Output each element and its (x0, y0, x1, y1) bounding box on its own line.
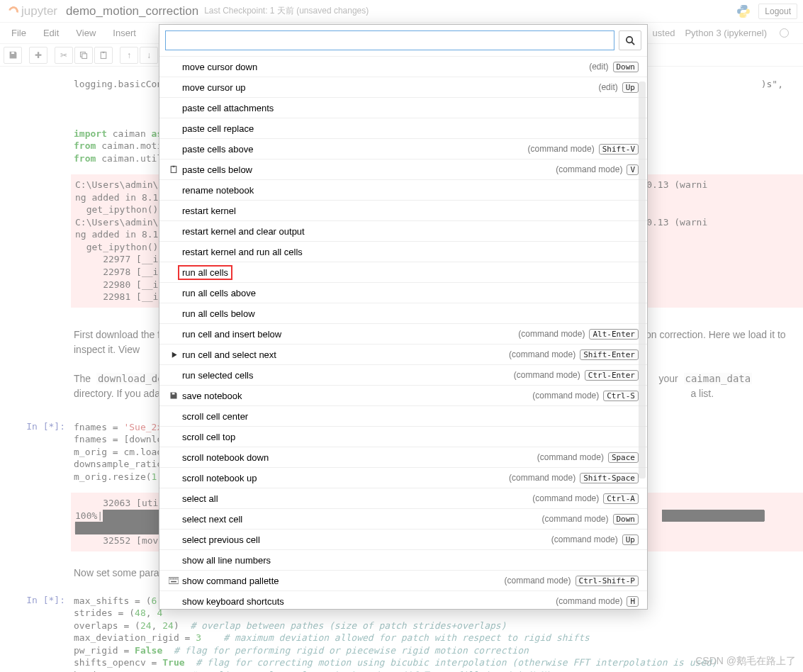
command-shortcut-group: (command mode)Alt-Enter (518, 329, 639, 340)
command-label: run cell and insert below (181, 329, 518, 340)
command-item[interactable]: select all(command mode)Ctrl-A (159, 488, 647, 509)
command-label: scroll notebook down (181, 452, 537, 463)
command-label: save notebook (181, 391, 532, 401)
command-item[interactable]: run cell and select next(command mode)Sh… (159, 345, 647, 365)
command-label: paste cell attachments (181, 103, 639, 113)
keyboard-shortcut: Up (622, 534, 639, 545)
command-item[interactable]: scroll notebook up(command mode)Shift-Sp… (159, 468, 647, 488)
command-shortcut-group: (command mode)Shift-Enter (509, 349, 639, 360)
search-icon (625, 35, 636, 46)
command-label: select next cell (181, 514, 541, 525)
keyboard-shortcut: Shift-Enter (580, 349, 639, 360)
command-item[interactable]: show command pallette(command mode)Ctrl-… (159, 571, 647, 591)
svg-line-7 (631, 42, 634, 45)
command-item[interactable]: run cell and insert below(command mode)A… (159, 324, 647, 345)
command-item[interactable]: paste cell replace (159, 118, 647, 139)
keyboard-shortcut: H (627, 596, 639, 607)
command-shortcut-group: (command mode)H (556, 596, 639, 607)
command-item[interactable]: run selected cells(command mode)Ctrl-Ent… (159, 365, 647, 386)
svg-rect-10 (169, 577, 179, 583)
command-item[interactable]: scroll notebook down(command mode)Space (159, 447, 647, 468)
command-palette: move cursor down(edit)Downmove cursor up… (159, 24, 648, 610)
command-shortcut-group: (command mode)Ctrl-Enter (514, 370, 639, 381)
scrollbar[interactable] (639, 82, 646, 478)
command-label: restart kernel (181, 206, 639, 216)
command-item[interactable]: rename notebook (159, 180, 647, 201)
command-label: run all cells below (181, 308, 639, 319)
watermark: CSDN @鹅毛在路上了 (695, 655, 796, 668)
keyboard-shortcut: V (627, 164, 639, 175)
command-label: paste cells below (181, 164, 556, 175)
command-label: run selected cells (181, 370, 514, 381)
command-item[interactable]: run all cells (159, 262, 647, 283)
keyboard-shortcut: Down (613, 62, 639, 72)
command-item[interactable]: restart kernel (159, 201, 647, 221)
command-item[interactable]: save notebook(command mode)Ctrl-S (159, 386, 647, 406)
command-label: scroll cell center (181, 411, 639, 422)
command-label: paste cells above (181, 144, 528, 155)
command-item[interactable]: paste cells above(command mode)Shift-V (159, 139, 647, 159)
command-item[interactable]: paste cell attachments (159, 98, 647, 118)
command-shortcut-group: (edit)Up (598, 82, 639, 93)
command-shortcut-group: (command mode)Ctrl-S (532, 391, 639, 401)
svg-rect-14 (175, 578, 176, 580)
command-label: run all cells above (181, 288, 639, 298)
command-shortcut-group: (edit)Down (589, 62, 639, 72)
svg-rect-9 (173, 166, 175, 167)
svg-rect-11 (170, 578, 172, 580)
command-label: paste cell replace (181, 123, 639, 134)
command-shortcut-group: (command mode)Ctrl-Shift-P (504, 576, 639, 586)
command-item[interactable]: scroll cell center (159, 406, 647, 427)
keyboard-shortcut: Ctrl-Shift-P (575, 576, 639, 586)
command-label: restart kernel and run all cells (181, 247, 639, 257)
command-label: run cell and select next (181, 349, 509, 360)
paste-icon (167, 165, 181, 174)
command-item[interactable]: run all cells below (159, 303, 647, 324)
command-item[interactable]: run all cells above (159, 283, 647, 303)
command-shortcut-group: (command mode)Shift-Space (509, 473, 639, 483)
command-item[interactable]: paste cells below(command mode)V (159, 159, 647, 180)
command-label: move cursor up (181, 82, 598, 93)
command-label: select previous cell (181, 534, 551, 545)
svg-rect-13 (173, 578, 174, 580)
command-label: show all line numbers (181, 555, 639, 566)
command-item[interactable]: move cursor up(edit)Up (159, 77, 647, 98)
command-item[interactable]: show keyboard shortcuts(command mode)H (159, 591, 647, 609)
command-shortcut-group: (command mode)Ctrl-A (532, 493, 639, 504)
command-label: rename notebook (181, 185, 639, 196)
command-label: move cursor down (181, 62, 589, 72)
command-label: scroll cell top (181, 432, 639, 442)
command-shortcut-group: (command mode)Space (537, 452, 639, 463)
keyboard-shortcut: Shift-Space (580, 473, 639, 483)
command-shortcut-group: (command mode)Down (541, 514, 639, 525)
command-label: show command pallette (181, 576, 504, 586)
command-item[interactable]: restart kernel and run all cells (159, 242, 647, 262)
command-item[interactable]: show all line numbers (159, 550, 647, 571)
command-label: select all (181, 493, 532, 504)
command-item[interactable]: select next cell(command mode)Down (159, 509, 647, 530)
command-shortcut-group: (command mode)Shift-V (528, 144, 639, 155)
search-button[interactable] (619, 30, 641, 50)
keyboard-shortcut: Ctrl-A (603, 493, 639, 504)
svg-point-6 (626, 36, 631, 42)
svg-rect-16 (171, 581, 176, 583)
keyboard-shortcut: Space (608, 452, 639, 463)
command-list[interactable]: move cursor down(edit)Downmove cursor up… (159, 56, 647, 609)
command-item[interactable]: restart kernel and clear output (159, 221, 647, 242)
keyboard-shortcut: Shift-V (599, 144, 639, 155)
command-item[interactable]: scroll cell top (159, 427, 647, 447)
command-item[interactable]: move cursor down(edit)Down (159, 57, 647, 77)
command-label: show keyboard shortcuts (181, 596, 556, 607)
play-icon (167, 351, 181, 359)
command-label: scroll notebook up (181, 473, 509, 483)
command-item[interactable]: select previous cell(command mode)Up (159, 530, 647, 550)
keyboard-icon (167, 577, 181, 584)
keyboard-shortcut: Up (622, 82, 639, 93)
keyboard-shortcut: Ctrl-Enter (585, 370, 639, 381)
command-shortcut-group: (command mode)Up (551, 534, 639, 545)
keyboard-shortcut: Ctrl-S (603, 391, 639, 401)
command-search-input[interactable] (165, 30, 614, 50)
command-label: run all cells (181, 267, 639, 278)
keyboard-shortcut: Down (613, 514, 639, 525)
command-shortcut-group: (command mode)V (556, 164, 639, 175)
